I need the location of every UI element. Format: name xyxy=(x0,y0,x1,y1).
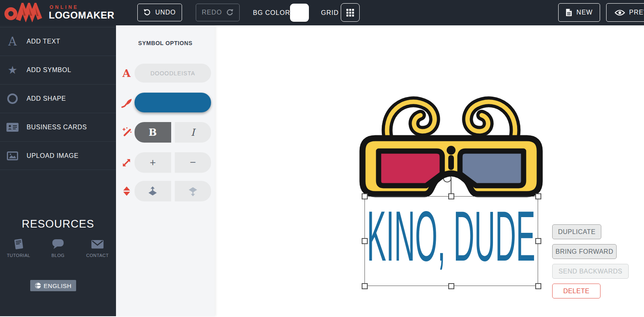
layer-up-button[interactable] xyxy=(135,181,171,201)
handle-bottom-center[interactable] xyxy=(448,283,454,289)
bold-label: B xyxy=(149,126,157,138)
sidebar-item-label: ADD SHAPE xyxy=(27,95,66,102)
symbol-options-panel: SYMBOL OPTIONS A DOOODLEISTA xyxy=(116,25,215,316)
circle-outline-icon xyxy=(6,93,19,104)
top-toolbar: ONLINE LOGOMAKER UNDO REDO BG COLOR GRID xyxy=(0,0,644,25)
blog-link[interactable]: BLOG xyxy=(43,238,72,258)
italic-label: I xyxy=(191,127,195,138)
delete-button[interactable]: DELETE xyxy=(552,284,601,298)
blog-label: BLOG xyxy=(52,253,65,258)
brand-name: LOGOMAKER xyxy=(49,10,114,21)
send-backwards-button[interactable]: SEND BACKWARDS xyxy=(552,264,629,279)
handle-top-left[interactable] xyxy=(362,193,368,199)
undo-icon xyxy=(143,9,151,17)
sidebar-item-business-cards[interactable]: BUSINESS CARDS xyxy=(0,113,116,141)
grid-toggle-button[interactable] xyxy=(341,3,360,22)
bg-color-label: BG COLOR xyxy=(253,0,290,25)
logomaker-app: ONLINE LOGOMAKER UNDO REDO BG COLOR GRID xyxy=(0,0,644,317)
left-lens xyxy=(379,151,442,186)
layer-down-button[interactable] xyxy=(175,181,211,201)
sidebar: A ADD TEXT ★ ADD SYMBOL ADD SHAPE B xyxy=(0,25,116,316)
new-document-icon xyxy=(565,8,572,17)
undo-label: UNDO xyxy=(155,9,176,16)
new-button[interactable]: NEW xyxy=(558,3,600,22)
tutorial-link[interactable]: TUTORIAL xyxy=(4,238,33,258)
layer-down-icon xyxy=(187,186,199,197)
image-icon xyxy=(6,151,19,160)
handle-top-right[interactable] xyxy=(535,193,541,199)
sidebar-item-add-symbol[interactable]: ★ ADD SYMBOL xyxy=(0,56,116,84)
style-row: B I xyxy=(118,122,211,143)
font-icon: A xyxy=(118,67,135,79)
font-row: A DOOODLEISTA xyxy=(118,64,211,83)
handle-middle-left[interactable] xyxy=(362,238,368,244)
sidebar-item-label: UPLOAD IMAGE xyxy=(27,152,79,160)
duplicate-label: DUPLICATE xyxy=(558,228,595,236)
sidebar-item-label: BUSINESS CARDS xyxy=(27,124,87,131)
handle-bottom-right[interactable] xyxy=(535,283,541,289)
bold-button[interactable]: B xyxy=(135,122,171,143)
logo-text-object[interactable]: KINO, DUDE xyxy=(364,196,538,286)
layer-row xyxy=(118,181,211,201)
bring-forward-label: BRING FORWARD xyxy=(555,248,613,255)
handle-top-center[interactable] xyxy=(448,193,454,199)
font-name: DOOODLEISTA xyxy=(150,70,195,77)
redo-button[interactable]: REDO xyxy=(196,4,240,21)
fill-color-button[interactable] xyxy=(135,93,211,112)
sort-arrows-icon xyxy=(118,186,135,196)
resources-links: TUTORIAL BLOG CONTACT xyxy=(0,238,116,258)
tutorial-label: TUTORIAL xyxy=(7,253,30,258)
grid-icon xyxy=(346,9,354,17)
sidebar-item-add-text[interactable]: A ADD TEXT xyxy=(0,27,116,56)
contact-label: CONTACT xyxy=(86,253,109,258)
size-row: + − xyxy=(118,152,211,173)
duplicate-button[interactable]: DUPLICATE xyxy=(552,224,601,239)
font-select-button[interactable]: DOOODLEISTA xyxy=(135,64,211,83)
preview-label: PREVIEW xyxy=(629,9,644,16)
right-lens xyxy=(460,151,524,186)
layer-up-icon xyxy=(147,186,158,197)
bring-forward-button[interactable]: BRING FORWARD xyxy=(552,244,617,259)
new-label: NEW xyxy=(576,9,592,16)
eye-icon xyxy=(615,9,625,16)
brand-mark-icon xyxy=(4,3,44,22)
increase-label: + xyxy=(150,156,156,169)
globe-icon xyxy=(35,282,41,289)
sidebar-item-label: ADD TEXT xyxy=(27,38,60,45)
letter-a-icon: A xyxy=(6,35,19,48)
send-backwards-label: SEND BACKWARDS xyxy=(559,268,622,275)
increase-size-button[interactable]: + xyxy=(135,152,171,173)
undo-button[interactable]: UNDO xyxy=(137,4,182,21)
grid-label: GRID xyxy=(321,0,339,25)
decrease-size-button[interactable]: − xyxy=(175,152,211,173)
panel-title: SYMBOL OPTIONS xyxy=(116,40,215,46)
resize-arrows-icon xyxy=(118,158,135,168)
delete-label: DELETE xyxy=(563,288,589,295)
language-button[interactable]: ENGLISH xyxy=(30,280,76,291)
contact-link[interactable]: CONTACT xyxy=(83,238,112,258)
decrease-label: − xyxy=(190,156,196,169)
speech-bubble-icon xyxy=(52,238,64,250)
handle-bottom-left[interactable] xyxy=(362,283,368,289)
brand-logo[interactable]: ONLINE LOGOMAKER xyxy=(4,3,125,23)
language-label: ENGLISH xyxy=(43,282,71,289)
glasses-symbol[interactable] xyxy=(358,89,543,197)
sidebar-item-label: ADD SYMBOL xyxy=(27,66,71,74)
paintbrush-icon xyxy=(118,97,135,108)
color-row xyxy=(118,93,211,112)
bg-color-swatch[interactable] xyxy=(290,4,309,22)
star-icon: ★ xyxy=(6,65,19,76)
envelope-icon xyxy=(91,238,104,250)
handle-middle-right[interactable] xyxy=(535,238,541,244)
brand-prefix: ONLINE xyxy=(50,4,79,10)
logo-text: KINO, DUDE xyxy=(367,197,535,276)
sidebar-item-upload-image[interactable]: UPLOAD IMAGE xyxy=(0,141,116,170)
italic-button[interactable]: I xyxy=(175,122,211,143)
sidebar-item-add-shape[interactable]: ADD SHAPE xyxy=(0,84,116,113)
preview-button[interactable]: PREVIEW xyxy=(606,3,644,22)
magic-wand-icon xyxy=(118,127,135,138)
book-icon xyxy=(12,237,25,251)
redo-label: REDO xyxy=(202,9,222,16)
redo-icon xyxy=(226,9,234,17)
resources-title: RESOURCES xyxy=(0,218,116,230)
